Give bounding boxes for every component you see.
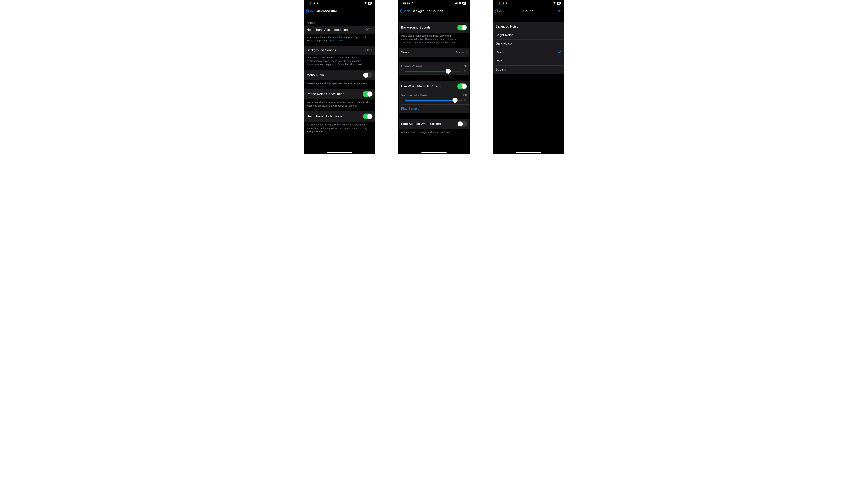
ocean-volume-block: Ocean Volume 76 xyxy=(398,62,470,75)
svg-rect-1 xyxy=(361,3,361,4)
content: Balanced NoiseBright NoiseDark NoiseOcea… xyxy=(493,16,564,154)
svg-rect-10 xyxy=(551,2,551,4)
learn-more-link[interactable]: Learn more… xyxy=(329,39,344,42)
edit-button[interactable]: Edit xyxy=(556,9,561,13)
back-button[interactable]: Back xyxy=(494,9,504,13)
wifi-icon xyxy=(459,2,462,4)
volume-low-icon xyxy=(401,70,403,73)
sound-option[interactable]: Rain xyxy=(493,57,564,65)
chevron-left-icon xyxy=(400,9,402,13)
row-value: Ocean xyxy=(455,51,464,54)
row-label: Headphone Notifications xyxy=(307,115,342,118)
footer-bg-sounds: Plays background sounds to mask unwanted… xyxy=(398,33,470,48)
footer-bg-sounds: Plays background sounds to mask unwanted… xyxy=(304,55,375,70)
sound-option[interactable]: Balanced Noise xyxy=(493,22,564,31)
row-label: Mono Audio xyxy=(307,73,324,77)
sound-option[interactable]: Dark Noise xyxy=(493,39,564,48)
row-play-sample[interactable]: Play Sample xyxy=(398,104,470,113)
row-use-when-media-playing: Use When Media Is Playing xyxy=(398,81,470,92)
row-label: Stream xyxy=(496,68,506,71)
row-label: Balanced Noise xyxy=(496,25,519,29)
footer-mono: Make the left and right speakers play th… xyxy=(304,80,375,89)
toggle-use-when-media[interactable] xyxy=(457,84,467,89)
toggle-noise-cancellation[interactable] xyxy=(363,91,372,97)
back-button[interactable]: Back xyxy=(305,9,315,13)
toggle-headphone-notifications[interactable] xyxy=(363,113,372,119)
nav-title: Background Sounds xyxy=(411,9,443,13)
svg-rect-0 xyxy=(360,4,360,4)
toggle-mono-audio[interactable] xyxy=(363,72,372,78)
svg-rect-6 xyxy=(456,2,457,4)
volume-high-icon xyxy=(464,99,467,102)
nav-bar: Back Audio/Visual xyxy=(304,6,375,16)
chevron-right-icon xyxy=(371,48,372,52)
volume-high-icon xyxy=(464,70,467,73)
svg-rect-11 xyxy=(552,2,552,4)
row-label: Rain xyxy=(496,59,502,63)
row-value: Off xyxy=(365,48,370,52)
wifi-icon xyxy=(553,2,556,4)
row-label: Stop Sounds When Locked xyxy=(401,122,441,126)
chevron-left-icon xyxy=(494,9,497,13)
home-indicator[interactable] xyxy=(516,152,541,153)
slider-label: Ocean Volume xyxy=(401,64,423,68)
svg-rect-7 xyxy=(457,2,458,4)
slider-ocean-volume[interactable] xyxy=(405,71,462,71)
volume-low-icon xyxy=(401,99,403,102)
screen-audio-visual: 15:19 43 Back Audio/Visual AUDIO Headpho… xyxy=(304,0,375,154)
sound-option[interactable]: Bright Noise xyxy=(493,31,564,39)
home-indicator[interactable] xyxy=(422,152,446,153)
toggle-background-sounds[interactable] xyxy=(457,25,467,30)
chevron-left-icon xyxy=(305,9,308,13)
row-background-sounds[interactable]: Background Sounds Off xyxy=(304,46,375,55)
row-label: Bright Noise xyxy=(496,33,514,37)
status-bar: 15:19 43 xyxy=(304,0,375,6)
row-background-sounds-toggle: Background Sounds xyxy=(398,22,470,33)
status-bar: 15:19 43 xyxy=(398,0,470,6)
sound-options-list: Balanced NoiseBright NoiseDark NoiseOcea… xyxy=(493,22,564,74)
chevron-right-icon xyxy=(371,28,372,32)
slider-media-volume[interactable] xyxy=(405,100,462,101)
toggle-stop-when-locked[interactable] xyxy=(457,121,467,127)
cellular-icon xyxy=(360,2,363,4)
status-time: 15:19 xyxy=(497,2,504,5)
chevron-right-icon xyxy=(465,51,467,54)
status-time: 15:19 xyxy=(308,2,315,5)
content: AUDIO Headphone Accommodations Off You c… xyxy=(304,16,375,154)
row-sound[interactable]: Sound Ocean xyxy=(398,48,470,57)
back-button[interactable]: Back xyxy=(400,9,410,13)
svg-rect-8 xyxy=(549,4,549,4)
row-phone-noise-cancellation: Phone Noise Cancellation xyxy=(304,89,375,99)
svg-rect-3 xyxy=(363,2,363,4)
cellular-icon xyxy=(549,2,552,4)
location-icon xyxy=(505,2,507,5)
screen-background-sounds: 15:19 43 Back Background Sounds Backgrou… xyxy=(398,0,470,154)
slider-value: 88 xyxy=(463,94,467,97)
row-value: Off xyxy=(365,28,370,32)
battery-icon: 43 xyxy=(557,2,561,5)
screen-sound: 15:19 43 Back Sound Edit Balanced NoiseB… xyxy=(493,0,564,154)
row-label: Use When Media Is Playing xyxy=(401,85,441,88)
footer-noise-cancel: Noise cancellation reduces ambient noise… xyxy=(304,99,375,111)
row-stop-sounds-locked: Stop Sounds When Locked xyxy=(398,119,470,129)
checkmark-icon xyxy=(558,50,561,55)
cellular-icon xyxy=(454,2,458,4)
sound-option[interactable]: Ocean xyxy=(493,48,564,57)
footer-hp-notif: To protect your hearing, iPhone sends a … xyxy=(304,122,375,137)
wifi-icon xyxy=(364,2,367,4)
section-header-audio: AUDIO xyxy=(304,16,375,26)
row-label: Dark Noise xyxy=(496,42,512,45)
footer-stop-locked: When enabled, background sounds will sto… xyxy=(398,129,470,138)
nav-bar: Back Background Sounds xyxy=(398,6,470,16)
link-label: Play Sample xyxy=(401,107,420,110)
svg-rect-5 xyxy=(455,3,456,4)
row-label: Background Sounds xyxy=(307,48,336,52)
content: Background Sounds Plays background sound… xyxy=(398,16,470,154)
row-headphone-accommodations[interactable]: Headphone Accommodations Off xyxy=(304,26,375,34)
home-indicator[interactable] xyxy=(327,152,352,153)
svg-rect-9 xyxy=(550,3,550,4)
row-label: Ocean xyxy=(496,51,505,54)
row-label: Sound xyxy=(401,51,410,54)
slider-label: Volume with Media xyxy=(401,94,429,97)
sound-option[interactable]: Stream xyxy=(493,65,564,74)
